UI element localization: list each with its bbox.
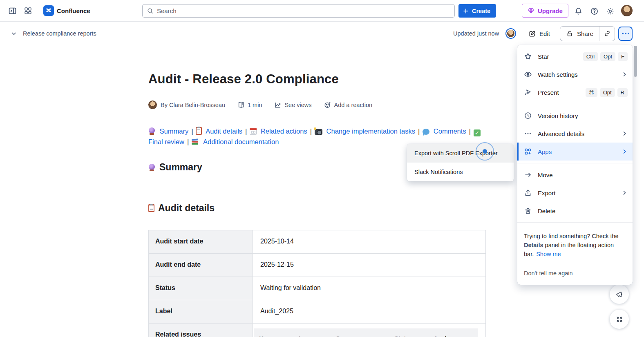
app-name[interactable]: Confluence xyxy=(57,7,90,14)
confluence-logo-icon[interactable] xyxy=(43,5,54,16)
chevron-right-icon xyxy=(621,148,628,155)
author-name[interactable]: By Clara Belin-Brosseau xyxy=(161,102,225,108)
show-me-link[interactable]: Show me xyxy=(536,251,561,257)
settings-gear-icon[interactable] xyxy=(604,4,617,18)
star-icon xyxy=(524,52,532,60)
clipboard-emoji xyxy=(148,204,154,212)
audit-details-table: Audit start date 2025-10-14 Audit end da… xyxy=(148,230,486,337)
menu-footer-tip: Trying to find something? Check the Deta… xyxy=(517,225,633,278)
toc-link-audit-details[interactable]: Audit details xyxy=(206,127,242,135)
clipboard-emoji xyxy=(196,127,202,135)
column-header: Status xyxy=(389,328,428,337)
announcement-button[interactable] xyxy=(610,285,629,304)
column-header: Summary xyxy=(331,328,389,337)
emoji-add-icon xyxy=(324,101,331,109)
add-reaction-button[interactable]: Add a reaction xyxy=(324,101,373,109)
upgrade-button[interactable]: Upgrade xyxy=(522,4,568,18)
search-icon xyxy=(147,7,154,14)
shortcut-key: Opt xyxy=(600,88,615,97)
menu-item-move[interactable]: Move xyxy=(517,166,633,184)
chevron-right-icon xyxy=(621,71,628,78)
copy-link-icon[interactable] xyxy=(599,27,615,41)
breadcrumb[interactable]: Release compliance reports xyxy=(23,30,96,37)
submenu-item-scroll-pdf-exporter[interactable]: Export with Scroll PDF Exporter xyxy=(407,144,514,163)
page-header: Release compliance reports Updated just … xyxy=(0,22,644,45)
views-chart-icon xyxy=(274,101,282,109)
presenter-icon xyxy=(524,88,532,96)
row-value[interactable]: 2025-10-14 xyxy=(253,230,486,254)
sidebar-toggle-icon[interactable] xyxy=(6,4,19,17)
table-row: Label Audit_2025 xyxy=(149,300,486,324)
shortcut-key: F xyxy=(618,52,628,61)
dont-tell-me-again-link[interactable]: Don't tell me again xyxy=(524,269,573,278)
menu-item-watch-settings[interactable]: Watch settings xyxy=(517,65,633,83)
collapse-button[interactable] xyxy=(610,310,629,329)
help-icon[interactable] xyxy=(588,4,601,18)
books-emoji xyxy=(192,138,199,145)
menu-item-export[interactable]: Export xyxy=(517,184,633,202)
menu-separator xyxy=(517,104,633,104)
more-actions-menu: Star Ctrl Opt F Watch settings Present ⌘… xyxy=(517,45,633,285)
table-row: Status Waiting for validation xyxy=(149,277,486,300)
toc-link-change-tasks[interactable]: Change implementation tasks xyxy=(326,127,415,135)
page-title: Audit - Release 2.0 Compliance xyxy=(148,72,487,87)
row-value: Key Issue Summary Status Assignee xyxy=(253,324,486,337)
menu-item-star[interactable]: Star Ctrl Opt F xyxy=(517,47,633,65)
submenu-item-slack-notifications[interactable]: Slack Notifications xyxy=(407,163,514,181)
more-actions-button[interactable] xyxy=(618,27,633,41)
row-value[interactable]: 2025-12-15 xyxy=(253,254,486,277)
table-row: Related issues Key Issue Summary Status … xyxy=(149,324,486,337)
toc-link-related-actions[interactable]: Related actions xyxy=(261,127,307,135)
check-mark-emoji: ✓ xyxy=(474,129,481,136)
create-button[interactable]: Create xyxy=(458,4,496,18)
crystal-ball-emoji xyxy=(148,164,156,171)
table-row: Audit start date 2025-10-14 xyxy=(149,230,486,254)
gem-icon xyxy=(528,7,534,14)
row-value[interactable]: Waiting for validation xyxy=(253,277,486,300)
user-avatar[interactable] xyxy=(621,5,633,16)
shortcut-key: ⌘ xyxy=(586,88,597,97)
crystal-ball-emoji xyxy=(148,127,156,135)
clock-icon xyxy=(524,112,532,120)
column-header: Issue xyxy=(293,328,331,337)
app-switcher-icon[interactable] xyxy=(21,4,34,17)
see-views-link[interactable]: See views xyxy=(274,101,311,109)
byline: By Clara Belin-Brosseau 1 min See views … xyxy=(148,100,487,109)
chevron-right-icon xyxy=(621,190,628,196)
menu-item-present[interactable]: Present ⌘ Opt R xyxy=(517,83,633,101)
toc-link-final-review[interactable]: Final review xyxy=(148,138,184,145)
plus-icon xyxy=(463,8,469,14)
ellipsis-icon xyxy=(524,129,532,138)
search-input[interactable] xyxy=(157,7,435,14)
page-content: Audit - Release 2.0 Compliance By Clara … xyxy=(148,45,487,337)
author-avatar[interactable] xyxy=(148,100,157,109)
menu-item-version-history[interactable]: Version history xyxy=(517,107,633,125)
row-label: Related issues xyxy=(149,324,253,337)
menu-item-delete[interactable]: Delete xyxy=(517,202,633,220)
toc-link-summary[interactable]: Summary xyxy=(160,127,189,135)
scrollbar-thumb[interactable] xyxy=(634,46,637,77)
menu-item-apps[interactable]: Apps xyxy=(517,143,633,161)
notifications-bell-icon[interactable] xyxy=(572,4,585,18)
apps-submenu: Export with Scroll PDF Exporter Slack No… xyxy=(407,144,514,181)
share-button[interactable]: Share xyxy=(560,27,599,41)
row-label: Audit start date xyxy=(149,230,253,254)
chevron-down-icon[interactable] xyxy=(9,29,19,38)
toc-link-comments[interactable]: Comments xyxy=(434,127,466,135)
speech-balloon-emoji xyxy=(423,129,429,135)
search-bar[interactable] xyxy=(142,4,455,18)
audit-details-heading: Audit details xyxy=(148,203,487,214)
edit-button[interactable]: Edit xyxy=(523,27,555,40)
row-label: Audit end date xyxy=(149,254,253,277)
row-value[interactable]: Audit_2025 xyxy=(253,300,486,324)
chevron-right-icon xyxy=(621,130,628,137)
editor-avatar[interactable] xyxy=(505,28,516,39)
toc-link-additional-docs[interactable]: Additional documentation xyxy=(203,138,279,145)
top-navigation-bar: Confluence Create Upgrade xyxy=(0,0,644,22)
row-label: Status xyxy=(149,277,253,300)
read-time: 1 min xyxy=(237,101,262,109)
apps-grid-icon xyxy=(524,147,532,156)
column-header: Key xyxy=(254,328,293,337)
updated-status[interactable]: Updated just now xyxy=(453,30,499,37)
menu-item-advanced-details[interactable]: Advanced details xyxy=(517,125,633,143)
